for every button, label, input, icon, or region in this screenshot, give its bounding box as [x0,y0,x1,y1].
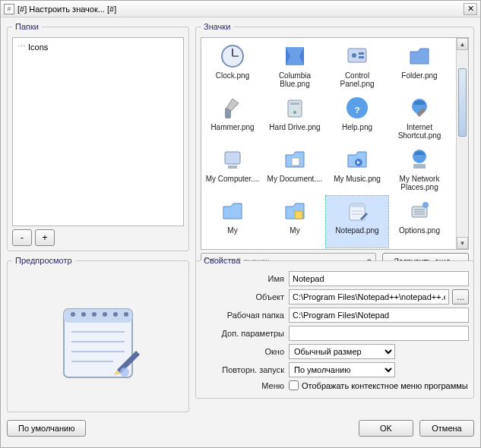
svg-point-36 [103,312,107,317]
folder-name: Icons [28,43,48,52]
icon-item[interactable]: Hammer.png [201,93,264,144]
icon-label: Notepad.png [335,226,378,243]
icon-item[interactable]: Columbia Blue.png [264,41,326,93]
icon-label: Hammer.png [210,123,254,140]
svg-rect-14 [225,152,240,164]
scroll-down-icon[interactable]: ▼ [457,237,468,249]
folders-group: Папки ⋯ Icons - + [7,22,189,251]
file-icon: ? [343,94,371,121]
icon-label: Internet Shortcut.png [390,123,449,140]
browse-object-button[interactable]: … [452,289,469,304]
object-input[interactable] [289,289,449,304]
svg-rect-22 [350,203,365,207]
svg-rect-15 [228,166,237,169]
scroll-up-icon[interactable]: ▲ [457,38,468,50]
file-icon [281,43,309,70]
icon-item[interactable]: Options.png [388,196,451,248]
icon-item[interactable]: My [264,196,326,248]
svg-rect-5 [359,52,364,55]
file-icon [219,146,246,173]
svg-rect-3 [348,49,366,62]
icon-label: My Document.... [267,175,323,191]
folder-tree-item[interactable]: ⋯ Icons [14,41,182,52]
scrollbar[interactable]: ▲ ▼ [456,38,468,249]
icon-item[interactable]: ?Help.png [326,93,388,144]
icon-label: Columbia Blue.png [265,71,324,88]
notepad-large-icon [49,290,147,389]
svg-rect-20 [295,211,302,219]
svg-point-38 [124,312,128,317]
svg-point-10 [293,111,296,114]
tree-expand-icon: ⋯ [16,42,27,52]
icon-item[interactable]: My Document.... [264,144,326,196]
name-input[interactable] [289,271,469,286]
icon-label: Options.png [399,226,440,243]
icon-item[interactable]: Clock.png [201,41,264,93]
file-icon [219,43,246,70]
folder-tree[interactable]: ⋯ Icons [12,37,184,226]
icon-item[interactable]: Notepad.png [326,196,388,248]
icon-label: Folder.png [401,71,437,88]
app-icon: # [4,4,14,14]
rerun-select[interactable]: По умолчанию [289,362,395,377]
icon-label: My [290,226,299,243]
icon-item[interactable]: My Music.png [326,144,388,196]
file-icon [343,146,371,173]
ok-button[interactable]: OK [359,420,413,437]
icon-label: Help.png [342,123,372,140]
file-icon [219,197,246,225]
file-icon [406,94,433,121]
svg-point-45 [120,368,129,377]
menu-checkbox[interactable] [289,380,299,390]
rerun-label: Повторн. запуск [201,365,286,374]
preview-group: Предпросмотр [7,256,189,412]
menu-label: Меню [201,381,286,390]
file-icon [219,94,246,121]
workdir-input[interactable] [289,308,469,323]
name-label: Имя [201,274,286,283]
icon-label: My Computer.... [206,175,260,191]
params-label: Доп. параметры [201,329,286,338]
scroll-thumb[interactable] [458,68,467,137]
icon-item[interactable]: Control Panel.png [326,41,388,93]
icon-item[interactable]: My [201,196,264,248]
svg-rect-6 [359,56,364,58]
svg-point-34 [81,312,86,317]
window-select[interactable]: Обычный размер [289,344,395,359]
object-label: Объект [201,292,286,301]
preview-legend: Предпросмотр [12,256,75,265]
icon-item[interactable]: Folder.png [388,41,451,93]
icon-item[interactable]: Internet Shortcut.png [388,93,451,144]
svg-point-37 [113,312,118,317]
titlebar: # [#] Настроить значок... [#] ✕ [1,1,480,17]
window-label: Окно [201,347,286,356]
properties-legend: Свойства [201,256,243,265]
remove-folder-button[interactable]: - [12,229,32,246]
close-button[interactable]: ✕ [464,3,477,15]
svg-point-33 [71,312,75,317]
icon-label: Control Panel.png [328,71,387,88]
svg-rect-19 [413,164,426,169]
icon-item[interactable]: Hard Drive.png [264,93,326,144]
file-icon [281,197,309,225]
add-folder-button[interactable]: + [35,229,55,246]
icons-group: Значки Clock.pngColumbia Blue.pngControl… [195,22,474,275]
svg-point-35 [92,312,97,317]
file-icon [343,43,371,70]
icon-label: Hard Drive.png [269,123,320,140]
svg-point-4 [352,53,356,58]
icon-label: My [227,226,237,243]
svg-rect-16 [292,158,299,166]
window-title: [#] Настроить значок... [#] [17,5,116,14]
default-button[interactable]: По умолчанию [7,420,86,437]
icon-item[interactable]: My Network Places.png [388,144,451,196]
params-input[interactable] [289,326,469,341]
icons-legend: Значки [201,22,233,31]
file-icon [406,43,433,70]
svg-point-30 [422,202,429,208]
icon-label: My Music.png [334,175,381,191]
file-icon [343,197,371,225]
cancel-button[interactable]: Отмена [419,420,474,437]
icon-item[interactable]: My Computer.... [201,144,264,196]
icon-list[interactable]: Clock.pngColumbia Blue.pngControl Panel.… [201,37,469,250]
